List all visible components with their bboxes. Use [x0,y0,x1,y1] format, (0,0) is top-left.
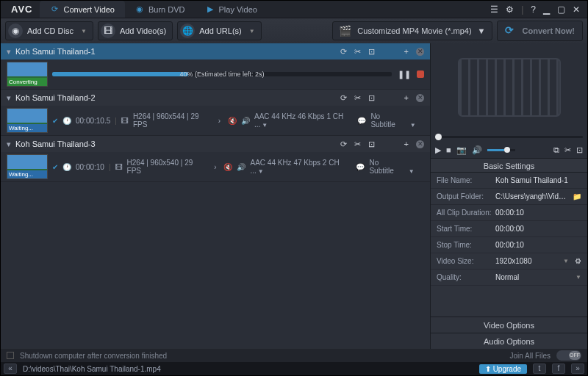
audio-select[interactable]: AAC 44 KHz 47 Kbps 2 CH ...▼ [250,159,351,175]
stop-icon[interactable]: ■ [446,145,451,154]
setting-value: Koh Samui Thailand-1 [495,176,581,184]
add-urls-button[interactable]: 🌐 Add URL(s) ▼ [177,21,261,40]
file-item-header[interactable]: ▾Koh Samui Thailand-2⟳✂⊡+✕ [1,90,430,106]
shutdown-checkbox[interactable] [7,352,14,359]
cut-icon[interactable]: ✂ [354,47,361,57]
tab-play-video[interactable]: ▶Play Video [196,1,268,18]
progress-row: 40% (Estimated time left: 2s)❚❚ [52,70,424,79]
chevron-down-icon[interactable]: ▼ [576,274,581,281]
status-badge: Waiting... [7,124,47,132]
chevron-down-icon: ▼ [249,28,255,35]
add-videos-button[interactable]: 🎞 Add Video(s) [98,21,173,40]
refresh-icon[interactable]: ⟳ [340,93,347,103]
convert-now-button[interactable]: ⟳ Convert Now! [497,21,584,41]
remove-icon[interactable]: ✕ [416,140,424,148]
subtitle-select[interactable]: No Subtitle▼ [369,159,424,175]
setting-value[interactable]: C:\Users\yangh\Videos...📁 [495,192,581,200]
toolbar: ◉ Add CD Disc ▼ 🎞 Add Video(s) 🌐 Add URL… [1,18,587,43]
collapse-icon[interactable]: ▾ [7,93,11,103]
snapshot-icon[interactable]: 📷 [456,145,467,155]
gear-icon[interactable]: ⚙ [575,257,581,265]
join-files-toggle[interactable]: OFF [556,350,581,361]
progress-bar: 40% (Estimated time left: 2s) [52,72,392,76]
codec-info: H264 | 960x544 | 29 FPS [133,112,211,129]
maximize-icon[interactable]: ▢ [557,4,565,15]
file-item-body: Waiting...✔🕐00:00:10|🎞H264 | 960x540 | 2… [1,152,430,181]
tab-burn-dvd[interactable]: ◉Burn DVD [125,1,196,18]
refresh-icon[interactable]: ⟳ [340,140,347,149]
refresh-icon[interactable]: ⟳ [340,47,347,57]
cut-icon[interactable]: ✂ [354,93,361,103]
cut-icon[interactable]: ✂ [564,145,571,155]
expand-icon[interactable]: › [214,163,216,171]
crop-icon[interactable]: ⊡ [368,93,375,103]
subtitle-select[interactable]: No Subtitle▼ [370,112,424,129]
output-profile-select[interactable]: 🎬 Customized MP4 Movie (*.mp4) ▼ [332,21,492,40]
profile-label: Customized MP4 Movie (*.mp4) [357,26,471,35]
remove-icon[interactable]: ✕ [416,94,424,102]
mute-icon[interactable]: 🔇 [228,117,237,125]
progress-text: 40% (Estimated time left: 2s) [179,70,264,78]
expand-icon[interactable]: › [218,117,220,125]
twitter-icon[interactable]: t [533,364,546,374]
thumbnail[interactable]: Converting [7,62,48,87]
upgrade-button[interactable]: ⬆Upgrade [479,364,527,374]
audio-select[interactable]: AAC 44 KHz 46 Kbps 1 CH ...▼ [254,112,353,129]
cut-icon[interactable]: ✂ [354,140,361,149]
refresh-icon: ⟳ [505,24,518,37]
chevron-down-icon[interactable]: ▼ [563,258,569,264]
setting-value[interactable]: 1920x1080▼⚙ [495,257,581,265]
upgrade-label: Upgrade [493,365,521,373]
film-icon: 🎞 [101,24,115,38]
thumbnail[interactable]: Waiting... [7,154,48,179]
mute-icon[interactable]: 🔇 [223,163,232,171]
crop-icon[interactable]: ⊡ [368,47,375,57]
folder-icon[interactable]: 📁 [573,192,581,200]
add-icon[interactable]: + [404,93,409,102]
crop-icon[interactable]: ⊡ [576,145,583,155]
help-icon[interactable]: ? [531,4,536,15]
next-button[interactable]: » [571,364,584,374]
status-badge: Converting [7,78,47,86]
volume-icon[interactable]: 🔊 [472,145,482,155]
play-icon[interactable]: ▶ [435,145,441,155]
film-icon: 🎞 [121,117,129,125]
speaker-icon[interactable]: 🔊 [241,117,250,125]
tab-label: Convert Video [63,5,115,14]
minimize-icon[interactable]: ▁ [543,4,550,15]
link-icon[interactable]: ⧉ [553,145,559,155]
volume-slider[interactable] [487,149,515,151]
collapse-icon[interactable]: ▾ [7,140,11,149]
file-item-header[interactable]: ▾Koh Samui Thailand-3⟳✂⊡+✕ [1,136,430,152]
prev-button[interactable]: « [4,364,17,374]
setting-value[interactable]: Normal▼ [495,273,581,281]
add-videos-label: Add Video(s) [120,26,166,35]
tab-convert-video[interactable]: ⟳Convert Video [40,1,125,18]
crop-icon[interactable]: ⊡ [368,140,375,149]
tab-icon: ▶ [206,5,215,14]
seek-knob[interactable] [435,134,442,140]
pause-icon[interactable]: ❚❚ [398,70,411,79]
video-options-button[interactable]: Video Options [431,317,587,333]
facebook-icon[interactable]: f [552,364,565,374]
chevron-down-icon: ▼ [478,26,486,35]
collapse-icon[interactable]: ▾ [7,47,11,57]
remove-icon[interactable]: ✕ [416,48,424,56]
status-bar: « D:\videos\Thai\Koh Samui Thailand-1.mp… [1,362,587,375]
gear-icon[interactable]: ⚙ [506,4,514,15]
right-panel: ▶ ■ 📷 🔊 ⧉ ✂ ⊡ Basic Settings File Name:K… [430,43,587,349]
add-cd-button[interactable]: ◉ Add CD Disc ▼ [5,21,93,40]
add-icon[interactable]: + [404,140,409,148]
film-icon: 🎞 [115,163,123,171]
audio-options-button[interactable]: Audio Options [431,333,587,349]
menu-icon[interactable]: ☰ [490,4,498,15]
seek-bar[interactable] [431,131,587,142]
add-icon[interactable]: + [404,47,409,56]
separator: | [521,4,523,15]
speaker-icon[interactable]: 🔊 [237,163,245,171]
thumbnail[interactable]: Waiting... [7,108,48,133]
file-item-header[interactable]: ▾Koh Samui Thailand-1⟳✂⊡+✕ [1,43,430,59]
stop-icon[interactable] [417,70,424,78]
settings-fields: File Name:Koh Samui Thailand-1Output Fol… [431,173,587,317]
close-icon[interactable]: ✕ [573,4,580,15]
